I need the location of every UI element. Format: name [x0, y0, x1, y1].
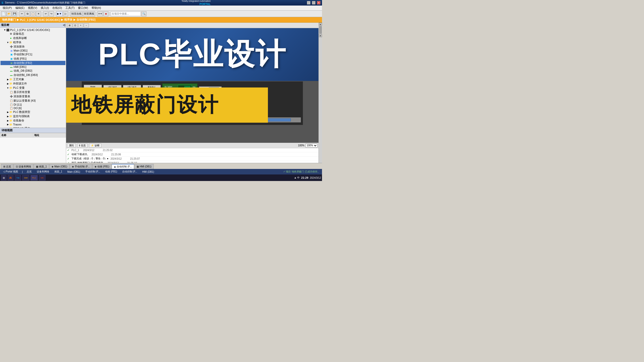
log-properties-btn[interactable]: 属性 [67, 144, 76, 148]
portal-item-3[interactable]: 画面_1 [53, 170, 63, 173]
portal-item-8[interactable]: HMI (DB1) [141, 170, 155, 173]
redo-button[interactable]: ↪ [49, 11, 54, 16]
tree-item-plc1[interactable]: ▼ ⬛ PLC_1 [CPU 1214C DC/DC/DC] [1, 28, 65, 32]
menu-view[interactable]: 视图(V) [26, 6, 39, 10]
tab-main-ob1[interactable]: ◈ Main (OB1) [49, 164, 69, 169]
tab-auto-control[interactable]: ◈ 自动控制 (F... [112, 164, 134, 169]
canvas-toolbar-btn1[interactable]: ⊞ [67, 23, 72, 27]
taskbar-app-ai[interactable]: Ai [8, 175, 14, 180]
bc-item-0[interactable]: 地铁屏蔽门 [2, 18, 16, 22]
compile-button[interactable]: ▶▼ [56, 11, 63, 16]
tree-item-traces[interactable]: ▶ 📁 Traces [1, 123, 65, 126]
tree-item-animation-db2[interactable]: ▬ 动画_DB [DB2] [1, 69, 65, 73]
tia-line2: PORTAL [181, 3, 211, 6]
taskbar-app-plc[interactable]: PLC [30, 175, 38, 180]
portal-item-0[interactable]: ◁ Portal 视图 [2, 170, 19, 173]
cut-button[interactable]: ✂ [19, 11, 24, 16]
menu-project[interactable]: 项目(P) [1, 6, 13, 10]
tree-item-online-diag[interactable]: ● 在线和诊断 [1, 36, 65, 40]
undo-button[interactable]: ↩ [43, 11, 48, 16]
menu-tools[interactable]: 工具(T) [64, 6, 76, 10]
portal-item-7[interactable]: 自动控制 (F... [121, 170, 138, 173]
tab-overview[interactable]: ⊞ 总览 [1, 164, 13, 169]
system-icons: ▲ 中 [294, 176, 300, 179]
taskbar-app-sim[interactable]: SIM [22, 175, 29, 180]
tree-item-add-var-table[interactable]: ➕ 添加新变量表 [1, 94, 65, 99]
search-input[interactable] [111, 12, 141, 16]
tree-item-external-src[interactable]: ▶ 📁 外部源文件 [1, 81, 65, 86]
open-button[interactable]: 📂 [7, 11, 12, 16]
tree-item-prog-blocks[interactable]: ▼ 📁 程序块 [1, 40, 65, 44]
portal-item-2[interactable]: 设备和网络 [36, 170, 50, 173]
menu-window[interactable]: 窗口(W) [76, 6, 90, 10]
bc-sep-1: ▶ [61, 18, 63, 21]
tree-item-plc-vars[interactable]: ▼ 📁 PLC 变量 [1, 86, 65, 90]
tab-screen1[interactable]: ▦ 画面_1 [34, 164, 49, 169]
paste-button[interactable]: 📋 [30, 11, 35, 16]
bc-item-2[interactable]: 程序块 [64, 18, 72, 22]
tree-item-tech-objects[interactable]: ▶ 📁 工艺对象 [1, 77, 65, 81]
portal-item-5[interactable]: 手动控制 (F... [84, 170, 101, 173]
menu-online[interactable]: 在线(O) [51, 6, 63, 10]
taskbar-app-tia[interactable]: TIA [15, 175, 21, 180]
tree-item-do[interactable]: 📋 DO [6] [1, 106, 65, 110]
log-date-2: 2024/3/12 [110, 157, 128, 160]
tree-item-monitor-tables[interactable]: ▶ 📁 监控与强制表 [1, 114, 65, 118]
tree-item-di[interactable]: 📋 DI [11] [1, 103, 65, 106]
scroll-down[interactable]: ▼ [319, 34, 322, 37]
tree-item-device-cfg[interactable]: ⚙ 设备组态 [1, 32, 65, 36]
tree-item-hmi-db1[interactable]: ▬ HMI [DB1] [1, 65, 65, 69]
tab-hmi-db1[interactable]: ▦ HMI (DB1) [134, 164, 154, 169]
minimize-button[interactable]: − [307, 1, 310, 5]
collapse-icon[interactable]: ◁ [63, 23, 65, 27]
canvas-toolbar-btn3[interactable]: + [78, 23, 83, 27]
log-status-2: ✓ [67, 157, 69, 160]
taskbar-app-vic[interactable]: ViC [39, 175, 46, 180]
canvas-toolbar-btn4[interactable]: − [84, 23, 89, 27]
compile2-button[interactable]: ▷ [63, 11, 68, 16]
close-button[interactable]: ✕ [317, 1, 320, 5]
zoom-select[interactable]: 100% [305, 144, 317, 148]
canvas-toolbar-btn2[interactable]: ⊡ [73, 23, 78, 27]
menu-edit[interactable]: 编辑(E) [14, 6, 26, 10]
tree-item-plc-data-types[interactable]: ▶ 📁 PLC 数据类型 [1, 110, 65, 114]
tree-item-auto-fb2[interactable]: ▣ 自动控制 [FB2] [1, 61, 65, 65]
tree-item-add-block[interactable]: ➕ 添加新块 [1, 44, 65, 49]
new-button[interactable]: 📄 [1, 11, 6, 16]
app-sim-icon: SIM [24, 177, 27, 179]
log-info-btn[interactable]: ℹ 信息 [77, 144, 88, 148]
go-online-button[interactable]: 转至在线 [70, 11, 83, 16]
menu-help[interactable]: 帮助(H) [90, 6, 102, 10]
start-button[interactable]: ⊞ [1, 175, 7, 180]
save-button[interactable]: 💾 [12, 11, 17, 16]
tab-manual[interactable]: ◈ 手动控制 (F... [70, 164, 92, 169]
tree-item-animation-fb1[interactable]: ▣ 动画 [FB1] [1, 57, 65, 61]
log-diag-btn[interactable]: ⚡ 诊断 [89, 144, 101, 148]
tree-item-manual-fc1[interactable]: ▣ 手动控制 [FC1] [1, 52, 65, 57]
search-button[interactable]: 🔍 [141, 11, 146, 16]
connect-button[interactable]: ⟷ [97, 11, 103, 16]
tree-item-online-backup[interactable]: ▶ 📁 在线备份 [1, 118, 65, 123]
tree-item-auto-db3[interactable]: ▬ 自动控制_DB [DB3] [1, 73, 65, 77]
tree-item-default-table[interactable]: 📋 默认认变量表 [43] [1, 99, 65, 103]
portal-item-1[interactable]: 总览 [26, 170, 33, 173]
tab-devices[interactable]: ⊡ 设备和网络 [14, 164, 33, 169]
menu-insert[interactable]: 插入(I) [39, 6, 50, 10]
copy-button[interactable]: ⧉ [25, 11, 30, 16]
portal-item-4[interactable]: Main (OB1) [66, 170, 81, 173]
go-offline-button[interactable]: 转至离线 [83, 11, 95, 16]
bc-item-3[interactable]: 自动控制 [FB2] [76, 18, 95, 22]
delete-button[interactable]: ✕ [36, 11, 41, 16]
stop-button[interactable]: ■ [103, 11, 108, 16]
log-date-0: 2024/3/12 [83, 149, 101, 152]
tab-bar: ⊞ 总览 ⊡ 设备和网络 ▦ 画面_1 ◈ Main (OB1) ◈ 手动控制 … [0, 163, 322, 169]
scroll-thumb[interactable] [319, 26, 322, 34]
tree-item-show-vars[interactable]: 📋 显示所有变量 [1, 90, 65, 94]
portal-item-6[interactable]: 动画 (FB1) [104, 170, 118, 173]
tree-item-main-ob1[interactable]: ▣ Main [OB1] [1, 49, 65, 52]
log-row-1: ✓ 动画'下载成功。 2024/3/12 21:25:06 [66, 152, 318, 157]
bc-item-1[interactable]: PLC_1 [CPU 1214C DC/DC/DC] [20, 18, 60, 21]
maximize-button[interactable]: □ [312, 1, 315, 5]
scroll-up[interactable]: ▲ [319, 23, 322, 26]
tab-animation[interactable]: ◈ 动画 (FB1) [92, 164, 112, 169]
